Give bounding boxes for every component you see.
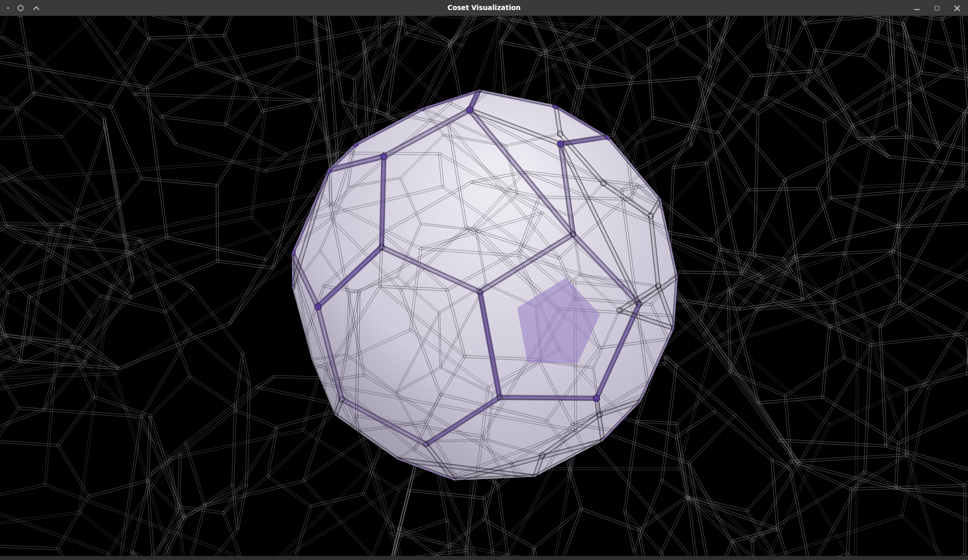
app-menu-dot-icon[interactable] — [7, 7, 9, 9]
app-window: Coset Visualization — [0, 0, 968, 560]
window-resize-edge[interactable] — [0, 556, 968, 560]
viewport — [0, 16, 968, 556]
maximize-button[interactable] — [933, 4, 941, 12]
viewport-canvas[interactable] — [0, 16, 968, 556]
record-circle-icon[interactable] — [18, 5, 24, 11]
close-button[interactable] — [953, 4, 961, 12]
titlebar-right-controls — [913, 0, 961, 16]
chevron-up-icon[interactable] — [32, 4, 40, 12]
titlebar-left-controls — [7, 0, 40, 16]
minimize-button[interactable] — [913, 4, 921, 12]
titlebar[interactable]: Coset Visualization — [0, 0, 968, 16]
window-title: Coset Visualization — [0, 0, 968, 16]
